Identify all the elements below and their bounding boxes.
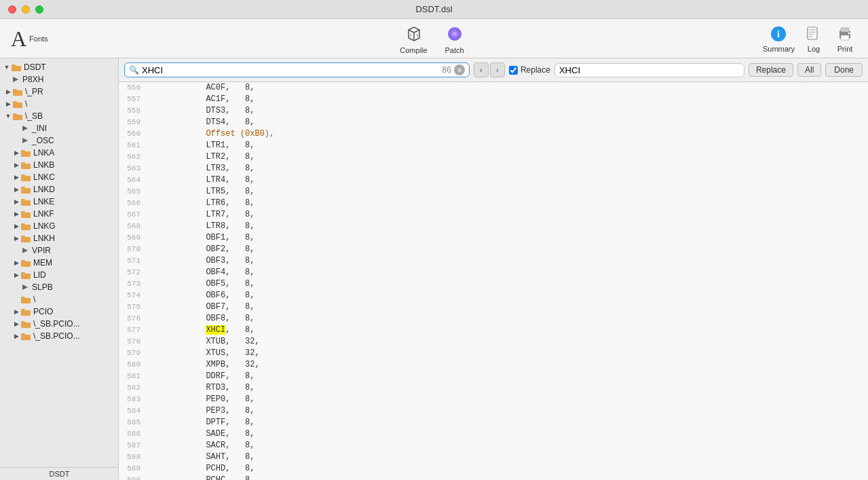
dsdt-folder-icon	[11, 63, 22, 71]
lnkg-expand: ▶	[12, 222, 20, 230]
replace-checkbox-label: Replace	[521, 65, 550, 75]
sidebar-sbpcio2-label: \_SB.PCIO...	[33, 331, 115, 341]
mem-folder-icon	[20, 259, 31, 267]
sidebar-item-lsb[interactable]: ▼ \_SB	[0, 110, 118, 122]
replace-checkbox[interactable]	[509, 66, 518, 75]
patch-button[interactable]: Patch	[440, 23, 470, 54]
code-line: 587 SACR, 8,	[119, 440, 868, 451]
bs-folder-icon	[12, 100, 23, 108]
sidebar-item-lnkh[interactable]: ▶ LNKH	[0, 232, 118, 244]
line-number: 578	[119, 336, 147, 348]
done-button[interactable]: Done	[825, 63, 863, 77]
svg-rect-21	[13, 113, 17, 115]
line-content: XTUS, 32,	[147, 348, 868, 359]
sidebar-item-pcio[interactable]: ▶ PCIO	[0, 306, 118, 318]
summary-button[interactable]: i Summary	[763, 24, 795, 53]
sbpcio1-expand: ▶	[12, 320, 20, 328]
print-button[interactable]: Print	[833, 24, 857, 53]
code-line: 563 LTR3, 8,	[119, 163, 868, 174]
svg-rect-9	[809, 36, 812, 37]
sidebar-item-sbpcio2[interactable]: ▶ \_SB.PCIO...	[0, 330, 118, 342]
sidebar-item-slpb[interactable]: SLPB	[0, 281, 118, 293]
patch-label: Patch	[445, 46, 464, 54]
code-line: 568 LTR8, 8,	[119, 221, 868, 232]
line-content: PCHD, 8,	[147, 463, 868, 475]
sidebar-item-bs2[interactable]: \	[0, 293, 118, 306]
title-bar: DSDT.dsl	[0, 0, 868, 19]
line-content: PEP3, 8,	[147, 405, 868, 417]
osc-icon	[20, 136, 30, 145]
sidebar-item-vpir[interactable]: VPIR	[0, 244, 118, 257]
svg-rect-34	[21, 225, 31, 230]
sidebar-item-lnkg[interactable]: ▶ LNKG	[0, 220, 118, 232]
line-content: OBF1, 8,	[147, 232, 868, 244]
sidebar-item-p8xh[interactable]: P8XH	[0, 73, 118, 86]
search-prev-button[interactable]: ‹	[474, 62, 489, 77]
replace-button[interactable]: Replace	[749, 63, 793, 77]
sidebar-item-lnke[interactable]: ▶ LNKE	[0, 196, 118, 208]
compile-label: Compile	[400, 46, 427, 54]
sidebar-item-lnka[interactable]: ▶ LNKA	[0, 147, 118, 159]
lsb-expand: ▼	[4, 112, 12, 120]
code-line: 569 OBF1, 8,	[119, 232, 868, 244]
window-title: DSDT.dsl	[415, 4, 452, 14]
search-clear-button[interactable]: ✕	[454, 64, 465, 75]
line-content: XMPB, 32,	[147, 359, 868, 371]
svg-rect-23	[21, 150, 25, 152]
minimize-button[interactable]	[22, 5, 30, 14]
sidebar-dsdt-label: DSDT	[24, 62, 115, 72]
line-number: 586	[119, 428, 147, 440]
line-content: OBF8, 8,	[147, 313, 868, 325]
code-line: 559 DTS4, 8,	[119, 117, 868, 128]
sidebar-item-dsdt[interactable]: ▼ DSDT	[0, 61, 118, 73]
lnke-folder-icon	[20, 198, 31, 206]
summary-icon: i	[769, 24, 788, 43]
fonts-button[interactable]: A Fonts	[11, 28, 48, 50]
line-content: OBF2, 8,	[147, 244, 868, 255]
close-button[interactable]	[8, 5, 16, 14]
compile-button[interactable]: Compile	[399, 23, 429, 54]
svg-rect-47	[21, 321, 25, 323]
sidebar-item-mem[interactable]: ▶ MEM	[0, 257, 118, 269]
lnkh-folder-icon	[20, 234, 31, 242]
line-number: 581	[119, 371, 147, 382]
sidebar-item-lnkb[interactable]: ▶ LNKB	[0, 159, 118, 171]
line-number: 585	[119, 417, 147, 428]
sidebar-item-backslash[interactable]: ▶ \	[0, 98, 118, 110]
replace-all-button[interactable]: All	[797, 63, 821, 77]
log-button[interactable]: Log	[801, 24, 826, 53]
line-content: DTS4, 8,	[147, 117, 868, 128]
sidebar-lnkg-label: LNKG	[33, 221, 115, 231]
sidebar-item-osc[interactable]: _OSC	[0, 134, 118, 147]
code-line: 572 OBF4, 8,	[119, 267, 868, 278]
sidebar-item-lnkc[interactable]: ▶ LNKC	[0, 171, 118, 183]
code-editor[interactable]: 556 AC0F, 8,557 AC1F, 8,558 DTS3, 8,559 …	[119, 82, 868, 480]
sbpcio2-expand: ▶	[12, 332, 20, 340]
line-content: SADE, 8,	[147, 428, 868, 440]
sidebar-lnke-label: LNKE	[33, 197, 115, 206]
replace-input[interactable]	[559, 65, 740, 75]
sidebar-item-sbpcio1[interactable]: ▶ \_SB.PCIO...	[0, 318, 118, 330]
maximize-button[interactable]	[35, 5, 43, 14]
svg-rect-29	[21, 187, 25, 189]
sidebar-item-lid[interactable]: ▶ LID	[0, 269, 118, 281]
code-line: 582 RTD3, 8,	[119, 382, 868, 394]
line-content: DPTF, 8,	[147, 417, 868, 428]
search-next-button[interactable]: ›	[490, 62, 505, 77]
sidebar-item-ini[interactable]: _INI	[0, 122, 118, 134]
line-content: LTR6, 8,	[147, 198, 868, 209]
window-controls[interactable]	[8, 5, 43, 14]
code-line: 557 AC1F, 8,	[119, 94, 868, 105]
replace-input-wrapper	[554, 63, 744, 77]
code-line: 571 OBF3, 8,	[119, 255, 868, 267]
line-number: 577	[119, 325, 147, 336]
sidebar-item-lnkf[interactable]: ▶ LNKF	[0, 208, 118, 220]
sidebar-item-lpr[interactable]: ▶ \_PR	[0, 86, 118, 98]
lnkh-expand: ▶	[12, 234, 20, 242]
code-line: 590 PCHC, 8,	[119, 475, 868, 480]
line-number: 576	[119, 313, 147, 325]
code-line: 575 OBF7, 8,	[119, 301, 868, 313]
line-number: 571	[119, 255, 147, 267]
search-input[interactable]	[142, 65, 442, 75]
sidebar-item-lnkd[interactable]: ▶ LNKD	[0, 183, 118, 196]
